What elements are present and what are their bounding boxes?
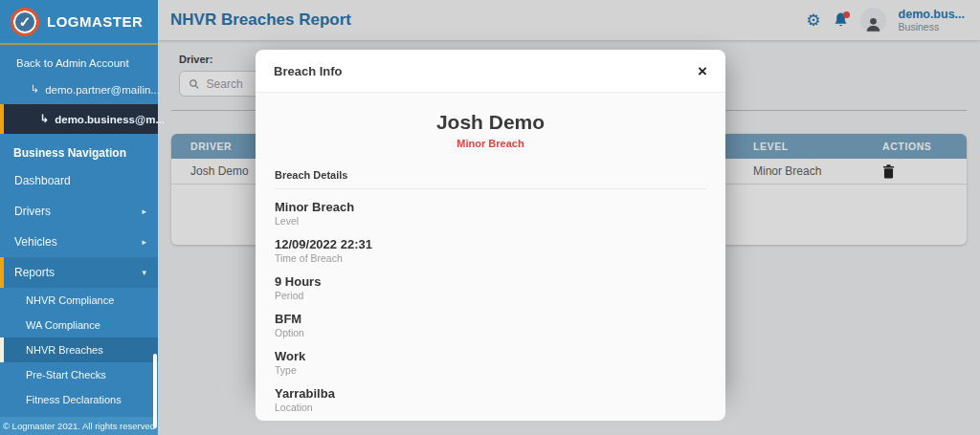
- logo-bar: ✓ LOGMASTER: [0, 0, 158, 45]
- sidebar-item-label: Dashboard: [14, 174, 71, 187]
- detail-value: 9 Hours: [275, 274, 706, 289]
- sidebar-item-label: Drivers: [14, 205, 51, 218]
- sidebar-item-reports[interactable]: Reports ▾: [0, 257, 158, 288]
- breach-details-heading: Breach Details: [275, 169, 706, 189]
- detail-label: Time of Breach: [275, 252, 706, 264]
- back-to-admin-link[interactable]: Back to Admin Account: [0, 45, 158, 75]
- sidebar-item-vehicles[interactable]: Vehicles ▸: [0, 227, 158, 257]
- copyright-footer: © Logmaster 2021. All rights reserved: [0, 417, 158, 435]
- detail-label: Option: [275, 327, 706, 338]
- detail-label: Location: [275, 402, 706, 413]
- main-area: NHVR Breaches Report ⚙ demo.bus... Busin…: [158, 0, 980, 435]
- business-navigation-heading: Business Navigation: [0, 134, 158, 165]
- modal-body: Josh Demo Minor Breach Breach Details Mi…: [256, 93, 725, 421]
- detail-value: Yarrabilba: [275, 386, 706, 401]
- chevron-down-icon: ▾: [142, 268, 146, 277]
- check-icon: ✓: [19, 13, 32, 31]
- detail-label: Period: [275, 290, 706, 301]
- detail-value: Minor Breach: [275, 200, 706, 214]
- sidebar-scrollbar-thumb[interactable]: [153, 354, 157, 428]
- detail-time-of-breach: 12/09/2022 22:31 Time of Breach: [275, 237, 706, 264]
- business-account-item-active[interactable]: ↳ demo.business@m...: [0, 104, 158, 134]
- detail-label: Level: [275, 215, 706, 227]
- logmaster-clock-logo-icon: ✓: [11, 8, 39, 36]
- detail-value: 12/09/2022 22:31: [275, 237, 706, 251]
- breach-level-badge: Minor Breach: [275, 138, 706, 149]
- return-arrow-icon: ↳: [40, 113, 49, 125]
- detail-label: Type: [275, 364, 706, 376]
- sidebar-item-wa-compliance[interactable]: WA Compliance: [0, 313, 158, 337]
- detail-location: Yarrabilba Location: [275, 386, 706, 413]
- chevron-right-icon: ▸: [142, 207, 146, 216]
- detail-option: BFM Option: [275, 312, 706, 338]
- modal-header: Breach Info ×: [256, 50, 725, 93]
- breach-info-modal: Breach Info × Josh Demo Minor Breach Bre…: [256, 50, 725, 391]
- sidebar-item-label: Reports: [14, 266, 55, 279]
- sidebar: ✓ LOGMASTER Back to Admin Account ↳ demo…: [0, 0, 158, 435]
- modal-title: Breach Info: [274, 64, 343, 78]
- detail-level: Minor Breach Level: [275, 200, 706, 227]
- logo-text: LOGMASTER: [47, 13, 143, 30]
- detail-value: Work: [275, 349, 706, 363]
- sidebar-item-dashboard[interactable]: Dashboard: [0, 165, 158, 196]
- business-account-label: demo.business@m...: [55, 114, 165, 125]
- partner-account-item[interactable]: ↳ demo.partner@mailin...: [0, 75, 158, 104]
- chevron-right-icon: ▸: [142, 237, 146, 247]
- detail-type: Work Type: [275, 349, 706, 376]
- sidebar-item-label: Vehicles: [14, 235, 57, 249]
- sidebar-item-drivers[interactable]: Drivers ▸: [0, 196, 158, 227]
- sidebar-item-nhvr-breaches-active[interactable]: NHVR Breaches: [0, 337, 158, 362]
- sidebar-item-fitness-declarations[interactable]: Fitness Declarations: [0, 387, 158, 412]
- close-icon[interactable]: ×: [698, 63, 707, 79]
- return-arrow-icon: ↳: [31, 83, 39, 96]
- sidebar-item-nhvr-compliance[interactable]: NHVR Compliance: [0, 288, 158, 313]
- detail-value: BFM: [275, 312, 706, 326]
- partner-account-label: demo.partner@mailin...: [45, 84, 160, 96]
- sidebar-item-pre-start-checks[interactable]: Pre-Start Checks: [0, 362, 158, 387]
- detail-period: 9 Hours Period: [275, 274, 706, 301]
- breach-driver-name: Josh Demo: [275, 111, 706, 134]
